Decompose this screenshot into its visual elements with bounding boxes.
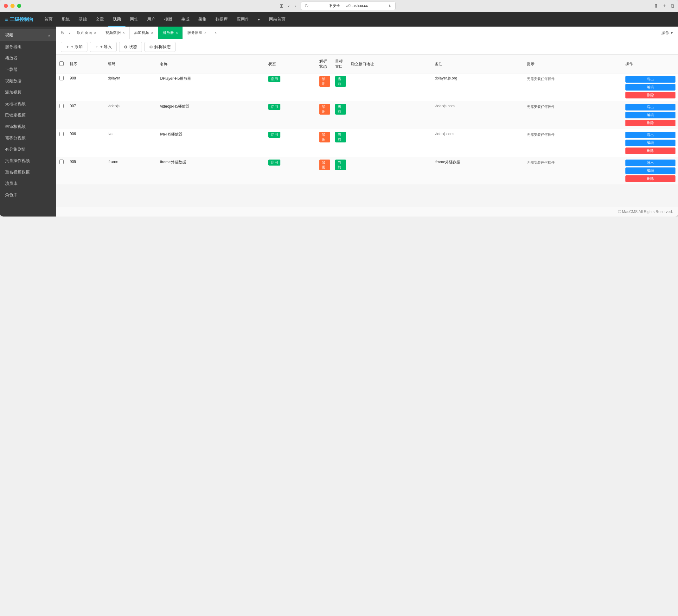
row-1-checkbox[interactable] [59, 104, 64, 108]
tab-action-dropdown[interactable]: 操作 ▾ [659, 29, 675, 37]
sidebar-item-no-url-video[interactable]: 无地址视频 [0, 98, 56, 110]
nav-item-site-home[interactable]: 网站首页 [265, 12, 290, 27]
top-nav: ≡ 三级控制台 首页 系统 基础 文章 视频 网址 用户 模版 生成 采集 数据… [0, 12, 678, 27]
nav-item-url[interactable]: 网址 [125, 12, 143, 27]
nav-item-generate[interactable]: 生成 [177, 12, 194, 27]
sidebar-item-roles[interactable]: 角色库 [0, 189, 56, 201]
nav-item-template[interactable]: 模版 [160, 12, 177, 27]
row-2-export-btn[interactable]: 导出 [626, 132, 675, 138]
row-0-delete-btn[interactable]: 删除 [626, 92, 675, 98]
sidebar-section-video[interactable]: 视频 ▲ [0, 29, 56, 41]
status-label: 状态 [129, 44, 137, 50]
sidebar-item-rename-data[interactable]: 重名视频数据 [0, 166, 56, 178]
row-2-checkbox[interactable] [59, 132, 64, 136]
row-2-parse-status: 禁用 [317, 129, 333, 157]
import-button[interactable]: ＋ + 导入 [90, 42, 117, 52]
tab-add-video-close[interactable]: × [151, 31, 153, 35]
row-2-edit-btn[interactable]: 编辑 [626, 139, 675, 146]
tab-welcome[interactable]: 欢迎页面 × [73, 27, 101, 39]
table-row: 906 iva iva-H5播放器 启用 禁用 当前 [56, 129, 678, 157]
tab-refresh-button[interactable]: ↻ [58, 29, 67, 37]
nav-item-user[interactable]: 用户 [143, 12, 160, 27]
row-2-actions: 导出 编辑 删除 [623, 129, 678, 157]
th-parse-status: 解析状态 [317, 55, 333, 74]
sidebar-item-video-data[interactable]: 视频数据 [0, 75, 56, 87]
select-all-checkbox[interactable] [59, 61, 64, 66]
share-button[interactable]: ⬆ [654, 3, 658, 9]
tab-video-data[interactable]: 视频数据 × [101, 27, 129, 39]
row-0-edit-btn[interactable]: 编辑 [626, 84, 675, 90]
nav-item-apps-more[interactable]: ▾ [254, 12, 265, 27]
tab-more-button[interactable]: › [213, 29, 219, 37]
minimize-button[interactable] [10, 4, 14, 8]
row-3-standalone-url [348, 157, 432, 185]
tab-welcome-close[interactable]: × [94, 31, 96, 35]
row-3-delete-btn[interactable]: 删除 [626, 175, 675, 182]
row-2-hint: 无需安装任何插件 [524, 129, 623, 157]
footer-text: © MacCMS All Rights Reserved. [618, 210, 673, 214]
nav-item-article[interactable]: 文章 [91, 12, 108, 27]
sidebar-item-downloader[interactable]: 下载器 [0, 64, 56, 75]
row-3-edit-btn[interactable]: 编辑 [626, 167, 675, 174]
row-1-delete-btn[interactable]: 删除 [626, 120, 675, 126]
nav-item-apps[interactable]: 应用作 [232, 12, 254, 27]
tab-add-video-label: 添加视频 [134, 30, 149, 35]
sidebar-item-series-video[interactable]: 有分集剧情 [0, 144, 56, 155]
tab-server-group[interactable]: 服务器组 × [183, 27, 211, 39]
back-button[interactable]: ‹ [286, 3, 292, 9]
sidebar-item-player[interactable]: 播放器 [0, 52, 56, 64]
nav-item-basic[interactable]: 基础 [74, 12, 91, 27]
row-3-code: iframe [105, 157, 158, 185]
tab-video-data-close[interactable]: × [123, 31, 125, 35]
th-target: 目标窗口 [333, 55, 348, 74]
parse-status-button[interactable]: ⚙ 解析状态 [145, 42, 176, 52]
tab-server-group-close[interactable]: × [204, 31, 206, 35]
tab-server-group-label: 服务器组 [187, 30, 202, 35]
nav-item-system[interactable]: 系统 [57, 12, 74, 27]
sidebar-item-actors[interactable]: 演员库 [0, 178, 56, 189]
row-0-btn-group: 导出 编辑 删除 [626, 76, 675, 98]
th-status: 状态 [266, 55, 317, 74]
new-tab-button[interactable]: ＋ [662, 3, 667, 9]
sidebar-item-points-video[interactable]: 需积分视频 [0, 132, 56, 144]
status-button[interactable]: ⚙ 状态 [119, 42, 142, 52]
row-3-btn-group: 导出 编辑 删除 [626, 160, 675, 182]
tab-add-video[interactable]: 添加视频 × [129, 27, 158, 39]
nav-item-video[interactable]: 视频 [108, 12, 125, 27]
close-button[interactable] [4, 4, 8, 8]
nav-item-database[interactable]: 数据库 [211, 12, 232, 27]
add-icon: ＋ [66, 44, 70, 50]
add-button[interactable]: ＋ + 添加 [61, 42, 87, 52]
tab-prev-button[interactable]: ‹ [67, 29, 73, 37]
tab-player-label: 播放器 [162, 30, 174, 35]
row-3-checkbox[interactable] [59, 160, 64, 164]
row-1-hint: 无需安装任何插件 [524, 101, 623, 129]
sidebar-item-batch-ops[interactable]: 批量操作视频 [0, 155, 56, 166]
sidebar-item-add-video[interactable]: 添加视频 [0, 87, 56, 98]
sidebar-item-locked-video[interactable]: 已锁定视频 [0, 110, 56, 121]
player-table: 排序 编码 名称 状态 解析状态 目标窗口 独立接口地址 备注 提示 操作 [56, 55, 678, 185]
th-action: 操作 [623, 55, 678, 74]
row-0-checkbox[interactable] [59, 76, 64, 80]
split-view-button[interactable]: ⧉ [671, 3, 674, 9]
row-2-btn-group: 导出 编辑 删除 [626, 132, 675, 154]
row-2-delete-btn[interactable]: 删除 [626, 148, 675, 154]
row-1-edit-btn[interactable]: 编辑 [626, 112, 675, 118]
row-2-code: iva [105, 129, 158, 157]
nav-item-home[interactable]: 首页 [40, 12, 57, 27]
forward-button[interactable]: › [293, 3, 298, 9]
row-0-export-btn[interactable]: 导出 [626, 76, 675, 83]
tab-player-close[interactable]: × [176, 31, 178, 35]
tab-player[interactable]: 播放器 × [158, 27, 183, 39]
nav-item-collect[interactable]: 采集 [194, 12, 211, 27]
maximize-button[interactable] [17, 4, 21, 8]
row-0-target: 当前 [333, 74, 348, 101]
import-icon: ＋ [95, 44, 99, 50]
address-bar[interactable]: 🛡 不安全 — a0.tashuo.cc ↻ [301, 2, 396, 10]
row-1-export-btn[interactable]: 导出 [626, 104, 675, 111]
row-0-parse-badge: 禁用 [319, 76, 330, 87]
row-3-export-btn[interactable]: 导出 [626, 160, 675, 166]
sidebar-toggle-button[interactable]: ⊞ [279, 3, 284, 9]
sidebar-item-server-group[interactable]: 服务器组 [0, 41, 56, 52]
sidebar-item-unreviewed-video[interactable]: 未审核视频 [0, 121, 56, 132]
